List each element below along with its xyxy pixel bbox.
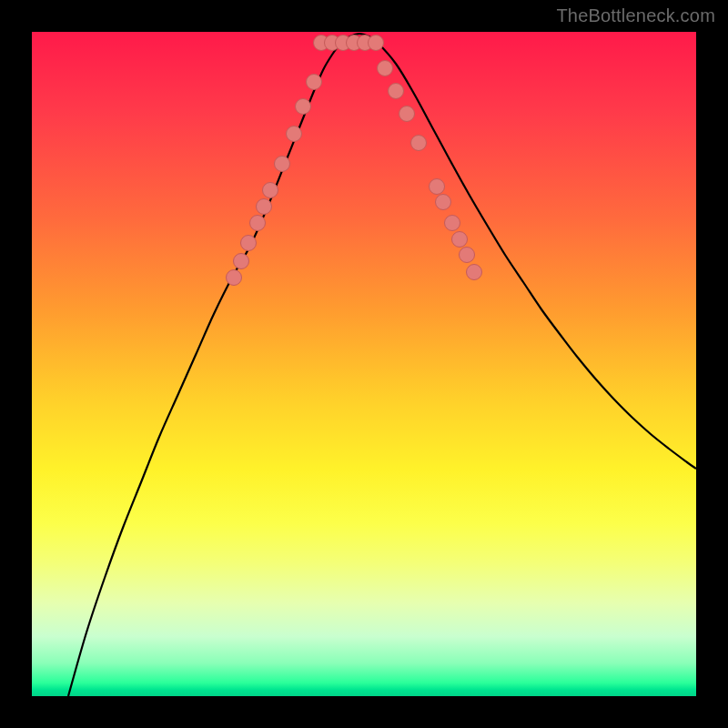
marker-dot (430, 179, 445, 195)
chart-curve (68, 34, 696, 696)
marker-dot (389, 84, 404, 99)
marker-dot (275, 157, 290, 172)
watermark-text: TheBottleneck.com (556, 5, 715, 26)
marker-dot (250, 216, 266, 231)
marker-dot (241, 236, 257, 251)
marker-dot (263, 183, 278, 198)
marker-dot (378, 61, 393, 76)
marker-dot (411, 136, 427, 151)
marker-dot (467, 265, 482, 280)
chart-svg (32, 32, 696, 696)
marker-dot (369, 35, 384, 51)
marker-dot (436, 195, 451, 210)
chart-frame: TheBottleneck.com (0, 0, 728, 728)
marker-dot (234, 254, 249, 269)
marker-dot (287, 126, 302, 142)
chart-markers (227, 35, 482, 286)
marker-dot (445, 216, 460, 231)
marker-dot (452, 232, 468, 248)
marker-dot (296, 99, 311, 115)
marker-dot (460, 248, 475, 263)
marker-dot (399, 106, 415, 122)
marker-dot (307, 75, 322, 90)
marker-dot (227, 270, 242, 286)
plot-area (32, 32, 696, 696)
marker-dot (257, 199, 272, 215)
